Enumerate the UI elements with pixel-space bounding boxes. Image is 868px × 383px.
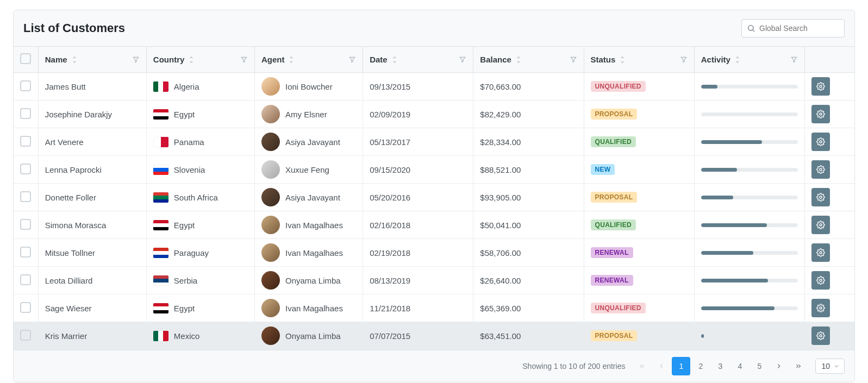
flag-icon [153,109,168,120]
row-settings-button[interactable] [811,160,830,179]
row-settings-button[interactable] [811,271,830,290]
next-page-button[interactable] [770,357,788,375]
cell-status: PROPOSAL [584,322,694,350]
filter-icon[interactable] [790,56,798,64]
cell-country: Serbia [146,267,254,294]
row-checkbox[interactable] [20,330,31,341]
cell-date: 05/13/2017 [363,128,473,156]
balance-value: $63,451.00 [480,331,521,341]
table-row[interactable]: Mitsue TollnerParaguayIvan Magalhaes02/1… [14,239,854,267]
cell-agent: Ivan Magalhaes [254,239,363,267]
cell-balance: $82,429.00 [473,101,584,128]
row-checkbox[interactable] [20,191,31,202]
table-row[interactable]: Sage WieserEgyptIvan Magalhaes11/21/2018… [14,294,854,322]
customer-name: Donette Foller [45,193,96,202]
row-checkbox[interactable] [20,108,31,119]
row-settings-button[interactable] [811,105,830,123]
sort-icon [288,56,295,64]
filter-icon[interactable] [132,56,140,64]
table-row[interactable]: Donette FollerSouth AfricaAsiya Javayant… [14,184,854,211]
filter-icon[interactable] [570,56,577,64]
prev-page-button[interactable] [652,357,671,375]
rows-per-page-select[interactable]: 10 [815,359,845,374]
cell-checkbox [14,101,38,128]
table-row[interactable]: Kris MarrierMexicoOnyama Limba07/07/2015… [14,322,854,350]
cell-activity [694,156,804,184]
row-checkbox[interactable] [20,136,31,147]
row-checkbox[interactable] [20,274,31,285]
col-country[interactable]: Country [146,47,254,73]
table-row[interactable]: Josephine DarakjyEgyptAmy Elsner02/09/20… [14,101,854,128]
date-value: 02/19/2018 [370,248,410,258]
col-balance[interactable]: Balance [473,47,584,73]
page-button-3[interactable]: 3 [711,357,729,375]
row-checkbox[interactable] [20,247,31,258]
row-checkbox[interactable] [20,80,31,91]
col-select-all [14,47,38,73]
search-icon [747,24,755,33]
page-button-1[interactable]: 1 [672,357,690,375]
card-header: List of Customers [14,10,854,47]
cell-date: 02/09/2019 [363,101,473,128]
row-checkbox[interactable] [20,219,31,230]
row-checkbox[interactable] [20,164,31,174]
filter-icon[interactable] [240,56,248,64]
customers-card: List of Customers Name Country Age [13,10,855,382]
table-row[interactable]: James ButtAlgeriaIoni Bowcher09/13/2015$… [14,73,854,101]
last-page-button[interactable] [789,357,808,375]
flag-icon [153,303,168,313]
row-settings-button[interactable] [811,299,830,317]
status-badge: PROPOSAL [591,109,638,120]
th-label: Agent [261,55,285,64]
svg-point-2 [820,85,822,87]
cell-balance: $65,369.00 [473,294,584,322]
balance-value: $26,640.00 [480,276,521,285]
col-status[interactable]: Status [584,47,694,73]
agent-name: Ioni Bowcher [285,82,333,91]
table-row[interactable]: Simona MorascaEgyptIvan Magalhaes02/16/2… [14,211,854,239]
first-page-button[interactable] [633,357,651,375]
col-name[interactable]: Name [38,47,146,73]
cell-date: 07/07/2015 [363,322,473,350]
cell-country: South Africa [146,184,254,211]
table-row[interactable]: Lenna PaprockiSloveniaXuxue Feng09/15/20… [14,156,854,184]
cell-date: 11/21/2018 [363,294,473,322]
col-activity[interactable]: Activity [694,47,804,73]
row-settings-button[interactable] [811,327,830,345]
customer-name: Simona Morasca [45,221,107,230]
svg-point-5 [820,168,822,171]
table-row[interactable]: Leota DilliardSerbiaOnyama Limba08/13/20… [14,267,854,294]
row-settings-button[interactable] [811,133,830,151]
cell-agent: Onyama Limba [254,322,363,350]
cell-balance: $50,041.00 [473,211,584,239]
row-settings-button[interactable] [811,243,830,262]
avatar [261,299,280,317]
col-date[interactable]: Date [363,47,473,73]
status-badge: PROPOSAL [591,330,638,341]
row-checkbox[interactable] [20,302,31,313]
row-settings-button[interactable] [811,188,830,206]
cell-actions [804,211,854,239]
page-button-4[interactable]: 4 [730,357,749,375]
cell-date: 09/15/2020 [363,156,473,184]
select-all-checkbox[interactable] [20,53,31,64]
chevron-double-left-icon [638,362,646,370]
row-settings-button[interactable] [811,77,830,96]
search-input[interactable] [741,19,845,37]
row-settings-button[interactable] [811,216,830,234]
cell-name: James Butt [38,73,146,101]
filter-icon[interactable] [680,56,688,64]
agent-name: Asiya Javayant [285,193,340,202]
balance-value: $93,905.00 [480,193,521,202]
col-agent[interactable]: Agent [254,47,363,73]
filter-icon[interactable] [348,56,356,64]
table-row[interactable]: Art VenerePanamaAsiya Javayant05/13/2017… [14,128,854,156]
page-button-5[interactable]: 5 [750,357,769,375]
cell-activity [694,128,804,156]
activity-progress [701,279,798,282]
page-button-2[interactable]: 2 [691,357,710,375]
th-label: Date [370,55,388,64]
customer-name: Sage Wieser [45,304,92,313]
cell-activity [694,211,804,239]
filter-icon[interactable] [459,56,466,64]
